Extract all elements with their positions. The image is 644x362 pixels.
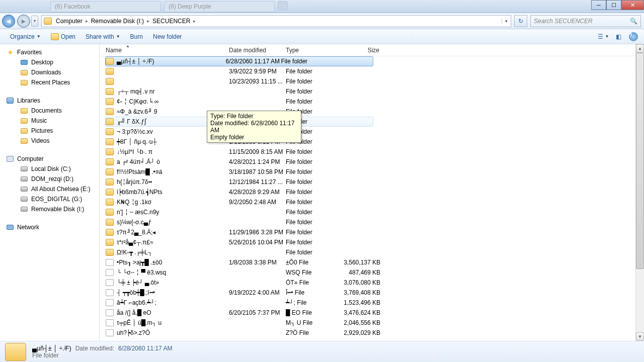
nav-music[interactable]: Music: [0, 116, 99, 126]
item-name: â┷Γ ⌐açb6.┷┘;: [117, 299, 229, 306]
organize-button[interactable]: Organize▼: [5, 31, 46, 43]
nav-removablei[interactable]: Removable Disk (I:): [0, 204, 99, 214]
tab-2[interactable]: (8) Deep Purple: [164, 1, 275, 12]
file-icon: [106, 269, 114, 276]
nav-documents[interactable]: Documents: [0, 106, 99, 116]
col-type[interactable]: Type: [286, 47, 342, 54]
nav-recent[interactable]: Recent Places: [0, 77, 99, 87]
col-date[interactable]: Date modified: [229, 47, 286, 54]
share-button[interactable]: Share with▼: [80, 31, 125, 43]
list-item[interactable]: h{╎årjúπ.7δ╍12/12/1984 11:27 ...File fol…: [100, 177, 635, 187]
chevron-right-icon[interactable]: ▸: [192, 18, 197, 24]
content-area: Name▲ Date modified Type Size ▄µñ┤± │ ÷.…: [100, 44, 644, 341]
folder-icon: [20, 78, 28, 86]
nav-eosg[interactable]: EOS_DIGITAL (G:): [0, 194, 99, 204]
list-item[interactable]: τ*r²å▄¢┬.π£≈5/26/2016 10:04 PMFile folde…: [100, 237, 635, 247]
nav-chelseae[interactable]: All About Chelsea (E:): [0, 184, 99, 194]
nav-domd[interactable]: DOM_rezqi (D:): [0, 174, 99, 184]
list-item[interactable]: ┤ ┯┳ōb┿█.;ī╍•9/19/2022 4:00 AMĪ╍• File3,…: [100, 288, 635, 298]
tooltip-empty: Empty folder: [210, 134, 298, 141]
item-name: └ └σ╌ ╎ ▀ ē3.wsq: [117, 269, 229, 276]
nav-downloads[interactable]: Downloads: [0, 67, 99, 77]
list-item[interactable]: τ?π╜2▄_8.Ä;◂11/29/1986 3:28 PMFile folde…: [100, 227, 635, 237]
list-item[interactable]: ┌÷┬ mq╡.v nrFile folder: [100, 86, 635, 97]
nav-favorites[interactable]: ★Favorites: [0, 47, 99, 57]
list-item[interactable]: a ╒² 4úπ╛.Å┘ ò4/28/2021 1:24 PMFile fold…: [100, 157, 635, 167]
item-name: uh?┝δ>.z?Ô: [117, 329, 229, 336]
list-item[interactable]: •Pts┒ >aj┳█ .±ō01/8/2038 3:38 PM±Ō0 File…: [100, 257, 635, 267]
minimize-button[interactable]: ─: [591, 0, 606, 10]
list-item[interactable]: τ╤pĒ │ ú█.m┐ uM┐ U File2,046,556 KB: [100, 318, 635, 328]
nav-pictures[interactable]: Pictures: [0, 126, 99, 136]
scroll-up-button[interactable]: ▲: [636, 44, 644, 53]
tooltip-type: Type: File folder: [210, 113, 298, 120]
folder-icon: [44, 18, 52, 25]
list-item[interactable]: ¬ 3:p?δ½c.xvFile folder: [100, 127, 635, 137]
new-tab-button[interactable]: [278, 1, 288, 10]
forward-button[interactable]: ►: [17, 15, 30, 28]
open-button[interactable]: Open: [46, 31, 80, 43]
nav-desktop[interactable]: Desktop: [0, 57, 99, 67]
vertical-scrollbar[interactable]: ▲ ▼: [635, 44, 644, 341]
list-item[interactable]: uh?┝δ>.z?ÔZ?Ô File2,929,029 KB: [100, 328, 635, 338]
new-folder-button[interactable]: New folder: [148, 31, 187, 43]
item-name: Ω!K▫┳ .╒╪L┐: [117, 249, 229, 256]
list-item[interactable]: └ └σ╌ ╎ ▀ ē3.wsqWSQ File487,469 KB: [100, 267, 635, 278]
list-item[interactable]: 10/23/2093 11:15 ...File folder: [100, 76, 635, 86]
nav-localc[interactable]: Local Disk (C:): [0, 164, 99, 174]
back-button[interactable]: ◄: [2, 15, 15, 28]
maximize-button[interactable]: ☐: [606, 0, 621, 10]
list-item[interactable]: ¢▫ ╎ C|Kφσ.╘ ∞File folder: [100, 97, 635, 107]
list-item[interactable]: K₦Q ╎g .1kσ9/2/2050 2:48 AMFile folder: [100, 197, 635, 207]
list-item[interactable]: åa /(] å.█ eO6/20/2105 7:37 PM█ EO File3…: [100, 308, 635, 318]
list-item[interactable]: â┷Γ ⌐açb6.┷┘;┷┘; File1,523,496 KB: [100, 298, 635, 308]
search-icon[interactable]: 🔍: [630, 18, 637, 25]
folder-icon: [20, 117, 28, 125]
folder-icon: [106, 199, 114, 206]
nav-libraries[interactable]: Libraries: [0, 96, 99, 106]
nav-videos[interactable]: Videos: [0, 136, 99, 146]
close-button[interactable]: ✕: [621, 0, 644, 10]
refresh-button[interactable]: ↻: [514, 15, 527, 27]
tab-1[interactable]: (6) Facebook: [50, 1, 161, 12]
col-size[interactable]: Size: [342, 47, 382, 54]
list-item[interactable]: ï┝bßmb7û.┪NPts4/28/2028 9:29 AMFile fold…: [100, 187, 635, 197]
chevron-right-icon[interactable]: ▸: [85, 18, 89, 24]
chevron-right-icon[interactable]: ▸: [146, 18, 150, 24]
help-button[interactable]: ?: [628, 31, 639, 42]
item-date: 1/8/2038 3:38 PM: [229, 259, 286, 266]
scroll-thumb[interactable]: [636, 53, 644, 269]
list-item[interactable]: s)¼w{▫σ.c▄ƒFile folder: [100, 217, 635, 227]
nav-history-dropdown[interactable]: ▾: [31, 16, 38, 27]
address-bar[interactable]: Computer ▸ Removable Disk (I:) ▸ SECUENC…: [41, 15, 511, 27]
item-type: ÔT» File: [286, 279, 342, 286]
crumb-folder[interactable]: SECUENCER: [150, 18, 192, 25]
list-item[interactable]: ≈Φ_à &zv.6╜ 9File folder: [100, 107, 635, 117]
list-item[interactable]: Ω!K▫┳ .╒╪L┐File folder: [100, 247, 635, 257]
address-dropdown[interactable]: ▾: [502, 19, 511, 24]
folder-icon: [106, 118, 114, 125]
crumb-disk[interactable]: Removable Disk (I:): [89, 18, 146, 25]
item-name: ↓½µI*I └b·. π: [117, 148, 229, 155]
scroll-down-button[interactable]: ▼: [636, 332, 644, 341]
list-item[interactable]: ▄µñ┤± │ ÷.ʲF)6/28/2060 11:17 AMFile fold…: [105, 56, 373, 66]
list-item[interactable]: └╪ ± ┝é┘ ▄.ôt»ÔT» File3,076,080 KB: [100, 278, 635, 288]
view-options-button[interactable]: ☰ ▼: [598, 31, 609, 42]
list-item[interactable]: ↓½µI*I └b·. π11/15/2009 8:15 AMFile fold…: [100, 147, 635, 157]
search-input[interactable]: Search SECUENCER 🔍: [530, 15, 641, 27]
list-item[interactable]: ┿8Γ │ ñµ·q.·u┼1/11/2050 6:11 PMFile fold…: [100, 137, 635, 147]
navbar: ◄ ► ▾ Computer ▸ Removable Disk (I:) ▸ S…: [0, 13, 644, 29]
preview-pane-button[interactable]: ◧: [613, 31, 624, 42]
list-item[interactable]: 3/9/2022 9:59 PMFile folder: [100, 66, 635, 76]
item-type: File folder: [286, 249, 342, 256]
network-icon: [6, 223, 14, 231]
nav-network[interactable]: Network: [0, 222, 99, 232]
col-name[interactable]: Name▲: [106, 47, 229, 54]
nav-computer[interactable]: Computer: [0, 154, 99, 164]
crumb-computer[interactable]: Computer: [54, 18, 85, 25]
list-item[interactable]: f!!½!Ptsàm█ .•≡á3/18/1987 10:58 PMFile f…: [100, 167, 635, 177]
burn-button[interactable]: Burn: [125, 31, 148, 43]
list-item[interactable]: n'] ╎ ╌ æsC.n9yFile folder: [100, 207, 635, 217]
item-name: ▄µñ┤± │ ÷.ʲF): [117, 58, 226, 65]
column-headers: Name▲ Date modified Type Size: [100, 44, 635, 56]
